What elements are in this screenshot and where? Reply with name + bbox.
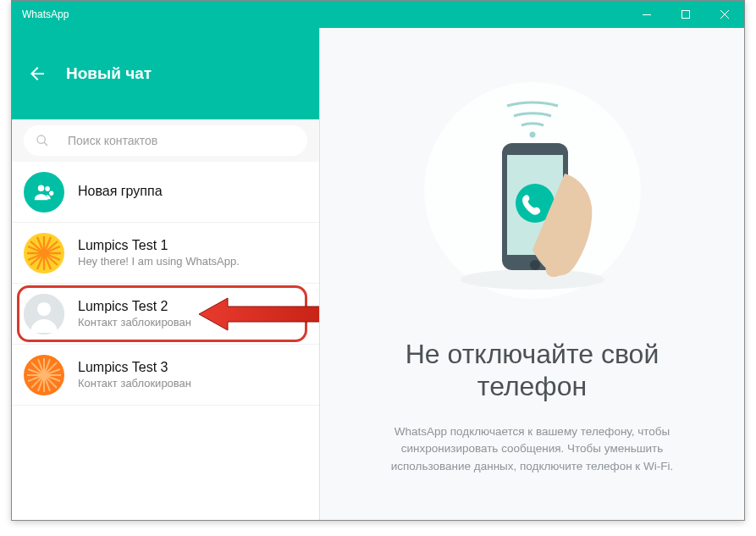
search-container: Поиск контактов [12, 119, 319, 162]
app-window: WhatsApp Новый чат Поиск контактов [11, 0, 745, 521]
contact-status: Контакт заблокирован [78, 377, 319, 390]
contact-avatar [24, 294, 64, 334]
arrow-left-icon [27, 64, 47, 84]
titlebar: WhatsApp [12, 1, 744, 28]
minimize-button[interactable] [627, 1, 666, 28]
svg-line-5 [44, 142, 47, 146]
search-icon [36, 134, 49, 147]
search-placeholder: Поиск контактов [68, 134, 157, 147]
contact-name: Lumpics Test 2 [78, 299, 319, 314]
app-title: WhatsApp [22, 8, 69, 20]
new-group-button[interactable]: Новая группа [12, 162, 319, 223]
contact-row[interactable]: Lumpics Test 1 Hey there! I am using Wha… [12, 223, 319, 284]
contact-row[interactable]: Lumpics Test 3 Контакт заблокирован [12, 345, 319, 406]
back-button[interactable] [27, 64, 47, 84]
search-input[interactable]: Поиск контактов [24, 125, 307, 156]
main-title: Не отключайте свой телефон [379, 338, 685, 403]
main-panel: Не отключайте свой телефон WhatsApp подк… [320, 28, 744, 520]
contact-status: Контакт заблокирован [78, 316, 319, 329]
contact-name: Lumpics Test 3 [78, 360, 319, 375]
placeholder-illustration [414, 72, 651, 312]
contact-list: Новая группа Lumpics Test 1 Hey there! I… [12, 162, 319, 520]
close-button[interactable] [705, 1, 744, 28]
svg-point-7 [45, 186, 50, 191]
svg-point-21 [530, 260, 540, 270]
svg-rect-1 [682, 11, 690, 19]
contact-row[interactable]: Lumpics Test 2 Контакт заблокирован [12, 284, 319, 345]
svg-point-13 [37, 302, 51, 316]
sidebar-title: Новый чат [66, 64, 152, 83]
main-subtitle: WhatsApp подключается к вашему телефону,… [379, 423, 685, 477]
svg-point-6 [38, 185, 44, 191]
contact-status: Hey there! I am using WhatsApp. [78, 255, 319, 268]
svg-rect-10 [49, 192, 53, 194]
new-group-icon [24, 172, 64, 213]
svg-point-17 [461, 269, 604, 290]
new-group-label: Новая группа [78, 184, 319, 199]
contact-name: Lumpics Test 1 [78, 238, 319, 253]
contact-avatar [24, 233, 64, 274]
svg-point-18 [529, 131, 535, 137]
sidebar-header: Новый чат [12, 28, 319, 119]
svg-point-4 [37, 135, 45, 143]
svg-rect-0 [643, 14, 651, 15]
contact-avatar [24, 355, 64, 395]
maximize-button[interactable] [666, 1, 705, 28]
sidebar: Новый чат Поиск контактов Новая группа [12, 28, 320, 520]
